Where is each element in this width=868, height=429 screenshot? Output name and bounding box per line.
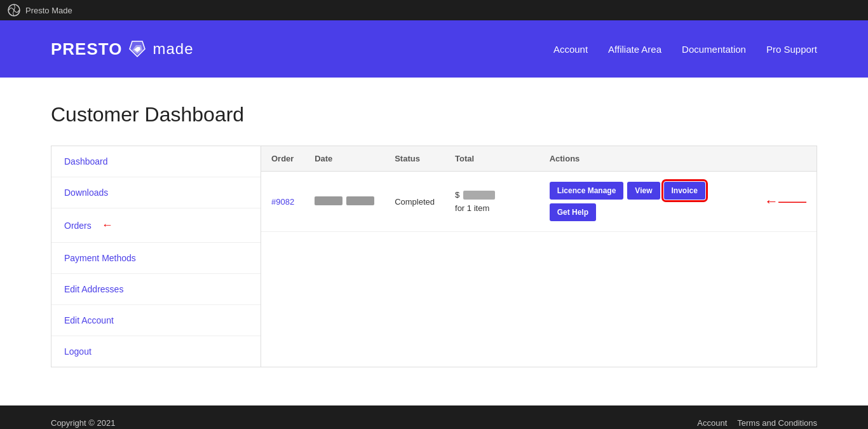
col-date: Date <box>304 146 384 172</box>
footer-copyright: Copyright © 2021 <box>51 418 115 428</box>
sidebar: Dashboard Downloads Orders ← Payment Met… <box>51 146 261 367</box>
sidebar-item-logout[interactable]: Logout <box>51 336 261 367</box>
orders-panel: Order Date Status Total Actions #9082 <box>261 146 817 367</box>
page-title: Customer Dashboard <box>51 103 817 126</box>
logo-text-bold: PRESTO <box>51 39 122 59</box>
site-nav: Account Affiliate Area Documentation Pro… <box>553 44 817 55</box>
sidebar-item-downloads[interactable]: Downloads <box>51 177 261 208</box>
currency-sign: $ <box>455 190 459 200</box>
admin-bar-site-name: Presto Made <box>25 6 72 15</box>
actions-group: Licence Manage View Invoice Get Help <box>550 182 744 221</box>
col-actions: Actions <box>539 146 754 172</box>
sidebar-link-dashboard[interactable]: Dashboard <box>64 156 108 167</box>
nav-account[interactable]: Account <box>553 44 588 55</box>
order-id-cell: #9082 <box>261 172 304 232</box>
logo-text-light: made <box>153 40 193 58</box>
date-blur <box>315 196 374 205</box>
col-status: Status <box>384 146 445 172</box>
invoice-arrow-annotation: ←—— <box>764 193 806 209</box>
footer-link-account[interactable]: Account <box>697 418 727 428</box>
main-content: Customer Dashboard Dashboard Downloads O… <box>0 78 868 405</box>
date-blur-2 <box>346 196 374 205</box>
logo-icon <box>127 39 147 59</box>
sidebar-link-edit-account[interactable]: Edit Account <box>64 315 114 325</box>
col-order: Order <box>261 146 304 172</box>
sidebar-item-payment-methods[interactable]: Payment Methods <box>51 243 261 274</box>
date-blur-1 <box>315 196 342 205</box>
arrow-annotation-cell: ←—— <box>754 172 817 232</box>
sidebar-item-dashboard[interactable]: Dashboard <box>51 146 261 177</box>
total-value: $ for 1 item <box>455 190 529 213</box>
site-logo: PRESTO made <box>51 39 193 59</box>
status-cell: Completed <box>384 172 445 232</box>
total-suffix: for 1 item <box>455 203 489 213</box>
sidebar-item-orders[interactable]: Orders ← <box>51 208 261 243</box>
invoice-button[interactable]: Invoice <box>664 182 705 200</box>
sidebar-item-edit-addresses[interactable]: Edit Addresses <box>51 274 261 305</box>
view-button[interactable]: View <box>627 182 660 200</box>
col-total: Total <box>445 146 539 172</box>
site-header: PRESTO made Account Affiliate Area Docum… <box>0 20 868 78</box>
wordpress-icon <box>8 4 20 17</box>
sidebar-link-payment-methods[interactable]: Payment Methods <box>64 253 136 263</box>
nav-pro-support[interactable]: Pro Support <box>766 44 817 55</box>
table-row: #9082 Completed <box>261 172 817 232</box>
sidebar-item-edit-account[interactable]: Edit Account <box>51 305 261 336</box>
licence-manage-button[interactable]: Licence Manage <box>550 182 624 200</box>
sidebar-link-orders[interactable]: Orders <box>64 221 92 231</box>
sidebar-link-logout[interactable]: Logout <box>64 346 92 357</box>
nav-affiliate[interactable]: Affiliate Area <box>608 44 661 55</box>
status-badge: Completed <box>395 197 435 207</box>
date-cell <box>304 172 384 232</box>
site-footer: Copyright © 2021 Account Terms and Condi… <box>0 405 868 429</box>
actions-cell: Licence Manage View Invoice Get Help <box>539 172 754 232</box>
sidebar-link-downloads[interactable]: Downloads <box>64 187 108 198</box>
orders-table: Order Date Status Total Actions #9082 <box>261 146 817 232</box>
footer-link-terms[interactable]: Terms and Conditions <box>737 418 817 428</box>
nav-documentation[interactable]: Documentation <box>682 44 746 55</box>
orders-arrow-annotation: ← <box>102 219 113 232</box>
admin-bar: Presto Made <box>0 0 868 20</box>
dashboard-layout: Dashboard Downloads Orders ← Payment Met… <box>51 146 817 367</box>
get-help-button[interactable]: Get Help <box>550 203 596 221</box>
total-cell: $ for 1 item <box>445 172 539 232</box>
footer-links: Account Terms and Conditions <box>697 418 817 428</box>
sidebar-link-edit-addresses[interactable]: Edit Addresses <box>64 284 123 294</box>
order-link[interactable]: #9082 <box>271 197 294 207</box>
table-header-row: Order Date Status Total Actions <box>261 146 817 172</box>
price-blur <box>463 191 495 200</box>
col-spacer <box>754 146 817 172</box>
